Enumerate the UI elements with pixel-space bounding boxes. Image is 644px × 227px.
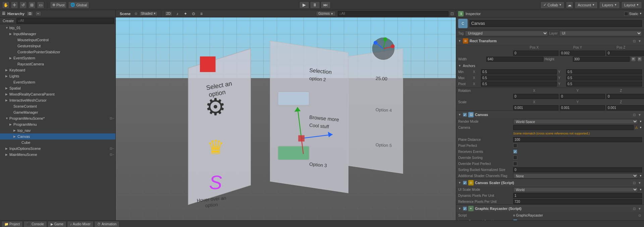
gizmos-btn[interactable]: Gizmos ▼ (316, 11, 336, 16)
rot-z-field[interactable] (606, 94, 644, 99)
effects-btn[interactable]: ✦ (182, 11, 189, 17)
play-btn[interactable]: ▶ (299, 1, 309, 9)
game-tab[interactable]: ▶ Game (48, 221, 66, 227)
height-field[interactable] (573, 57, 630, 62)
tree-item-interactivemesh[interactable]: ▶ InteractiveMeshCursor (0, 97, 115, 103)
tree-item-keyboard[interactable]: ▶ Keyboard (0, 67, 115, 73)
canvas-menu-btn[interactable]: ▼ (637, 112, 642, 117)
pixel-perfect-checkbox[interactable] (513, 144, 517, 148)
tree-item-gesturesinput[interactable]: GesturesInput (0, 43, 115, 49)
anchor-min-x[interactable] (481, 69, 557, 74)
grid-btn[interactable]: ⊞ (28, 1, 36, 9)
tree-item-raycastcamera[interactable]: RaycastCamera (0, 61, 115, 67)
anchor-min-y[interactable] (566, 69, 642, 74)
tree-item-mouseinput[interactable]: MouseInputControl (0, 37, 115, 43)
rect-settings-btn[interactable]: ⊡ (632, 39, 637, 43)
tree-item-scenecontent[interactable]: SceneContent (0, 103, 115, 109)
move-tool-btn[interactable]: ✛ (11, 1, 18, 9)
hierarchy-pin-btn[interactable]: ⊡ (26, 11, 33, 16)
tree-item-inputoptionsscene[interactable]: ▶ InputOptionsScene ⊡− (0, 146, 115, 152)
rect-menu-btn[interactable]: ▼ (637, 39, 642, 43)
tree-item-lights[interactable]: ▶ Lights (0, 73, 115, 79)
ui-scale-mode-dropdown[interactable]: World (513, 187, 638, 192)
object-name-input[interactable] (470, 20, 642, 27)
anchor-max-x[interactable] (481, 75, 557, 80)
raycaster-enabled-checkbox[interactable] (463, 207, 467, 211)
canvas-scaler-header[interactable]: ▼ ⊞ Canvas Scaler (Script) ⊡ ▼ (456, 179, 644, 186)
anchors-header[interactable]: ▼ Anchors (458, 63, 642, 69)
camera-field[interactable] (513, 125, 634, 130)
pos-y-field[interactable] (560, 51, 605, 56)
scaler-menu-btn[interactable]: ▼ (637, 180, 642, 185)
pos-z-field[interactable] (606, 51, 644, 56)
refresh-btn[interactable]: ↺ (19, 1, 27, 9)
tree-item-mainmenuscene[interactable]: ▶ MainMenuScene ⊡− (0, 152, 115, 158)
rect-r-btn2[interactable]: R (637, 57, 642, 62)
rect-transform-header[interactable]: ▼ ⊞ Rect Transform ⊡ ▼ (456, 37, 644, 45)
shading-dropdown[interactable]: Shaded ▼ (139, 11, 157, 16)
tree-item-programmenu[interactable]: ▶ ProgramMenu (0, 121, 115, 127)
rect-tool-btn[interactable]: ▭ (37, 1, 44, 9)
hierarchy-search-input[interactable] (16, 18, 114, 23)
audio-btn[interactable]: ♪ (174, 11, 180, 17)
tree-item-topnav[interactable]: ▶ top_nav (0, 127, 115, 133)
scale-z-field[interactable] (606, 105, 644, 110)
reference-pixels-field[interactable] (513, 199, 642, 204)
tree-item-gamemanager[interactable]: GameManager (0, 109, 115, 115)
override-pixel-perfect-checkbox[interactable] (513, 162, 517, 166)
layout-btn[interactable]: Layout ▼ (621, 1, 642, 9)
graphic-raycaster-header[interactable]: ▼ ✦ Graphic Raycaster (Script) ⊡ ▼ (456, 205, 644, 212)
scaler-enabled-checkbox[interactable] (463, 181, 467, 185)
pause-btn[interactable]: ⏸ (310, 1, 320, 9)
layers-btn[interactable]: Layers ▼ (599, 1, 620, 9)
animation-tab[interactable]: ⏱ Animation (94, 221, 119, 227)
tree-item-spatial[interactable]: ▶ Spatial (0, 85, 115, 91)
pos-x-field[interactable] (513, 51, 558, 56)
render-mode-dropdown[interactable]: World Space (513, 119, 638, 124)
anchor-max-y[interactable] (566, 75, 642, 80)
create-dropdown-btn[interactable]: Create (1, 19, 15, 23)
tree-item-canvas[interactable]: ▶ Canvas (0, 133, 115, 139)
additional-shader-dropdown[interactable]: None (513, 173, 638, 178)
canvas-settings-btn[interactable]: ⊡ (632, 112, 637, 117)
cloud-btn[interactable]: ☁ (566, 1, 573, 9)
project-tab[interactable]: 📁 Project (1, 221, 23, 227)
width-field[interactable] (486, 57, 543, 62)
static-checkbox[interactable] (624, 12, 628, 16)
audio-mixer-tab[interactable]: ♪ Audio Mixer (67, 221, 94, 227)
scale-x-field[interactable] (513, 105, 558, 110)
rot-y-field[interactable] (560, 94, 605, 99)
console-tab[interactable]: ⬛ Console (23, 221, 47, 227)
account-btn[interactable]: Account ▼ (575, 1, 598, 9)
sorting-bucket-field[interactable] (513, 167, 642, 172)
canvas-component-header[interactable]: ▼ 🖼 Canvas ⊡ ▼ (456, 111, 644, 118)
plane-distance-field[interactable] (513, 137, 642, 142)
hand-tool-btn[interactable]: ✋ (2, 1, 9, 9)
hidden-btn[interactable]: ⊙ (191, 11, 197, 17)
tree-item-eventsystem2[interactable]: EventSystem (0, 79, 115, 85)
scaler-settings-btn[interactable]: ⊡ (632, 180, 637, 185)
override-sorting-checkbox[interactable] (513, 156, 517, 160)
rect-r-btn[interactable]: R (631, 57, 636, 62)
tree-item-mixedreality[interactable]: ▶ MixedRealityCameraParent (0, 91, 115, 97)
tree-item-inputmanager[interactable]: ▶ InputManager (0, 31, 115, 37)
global-btn[interactable]: 🌐 Global (68, 1, 89, 9)
raycaster-menu-btn[interactable]: ▼ (637, 206, 642, 211)
raycaster-settings-btn[interactable]: ⊡ (632, 206, 637, 211)
anchor-pivot-x[interactable] (481, 81, 557, 87)
pivot-btn[interactable]: ⊕ Pivot (50, 1, 67, 9)
canvas-enabled-checkbox[interactable] (463, 113, 467, 117)
tree-item-cube[interactable]: Cube (0, 139, 115, 146)
tree-item-programmenu-scene[interactable]: ▼ ProgramMenuScene* ⊡− (0, 115, 115, 121)
rot-x-field[interactable] (513, 94, 558, 99)
maximize-btn[interactable]: ⊡ (450, 11, 454, 16)
scene-viewport[interactable]: ⚙ ♛ S Select an option Hover over an opt… (116, 17, 456, 220)
layer-dropdown[interactable]: UI (559, 31, 642, 36)
scene-tab[interactable]: Scene (118, 12, 132, 16)
tree-item-btp01[interactable]: ▼ btp_01 (0, 25, 115, 31)
scene-lock-btn[interactable]: ⊙ (135, 12, 137, 15)
collab-btn[interactable]: ✓ Collab ▼ (540, 1, 565, 9)
receives-events-checkbox[interactable] (513, 150, 517, 154)
tag-dropdown[interactable]: Untagged (465, 31, 548, 36)
tree-item-eventsystem[interactable]: ▶ EventSystem (0, 55, 115, 61)
